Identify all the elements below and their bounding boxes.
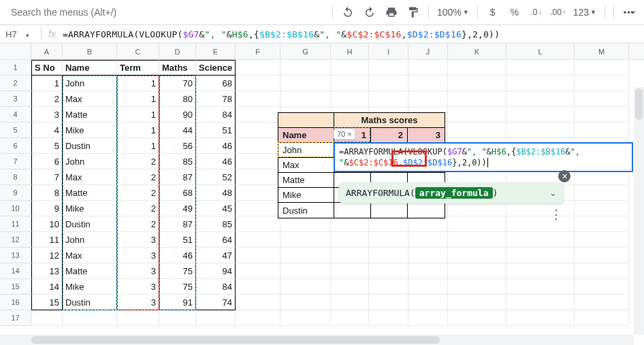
decrease-decimal-button[interactable]: .0↓ <box>527 3 546 22</box>
cell[interactable] <box>575 91 629 107</box>
cell[interactable] <box>448 279 506 295</box>
row-header[interactable]: 9 <box>0 185 31 201</box>
cell[interactable] <box>506 232 575 248</box>
cell[interactable] <box>280 91 331 107</box>
cell[interactable] <box>506 248 575 263</box>
cell[interactable] <box>369 216 408 232</box>
row-header[interactable]: 13 <box>0 248 31 263</box>
row-header[interactable]: 10 <box>0 201 31 216</box>
cell[interactable] <box>280 76 331 91</box>
cell[interactable]: 52 <box>196 169 236 185</box>
cell[interactable]: Max <box>63 169 117 185</box>
cell[interactable]: John <box>63 76 117 91</box>
cell[interactable] <box>575 216 629 232</box>
cell[interactable]: 14 <box>31 279 63 295</box>
cell[interactable]: 75 <box>159 263 196 279</box>
row-header[interactable]: 15 <box>0 279 31 295</box>
cell[interactable] <box>408 310 448 326</box>
cell[interactable] <box>506 76 575 91</box>
cell[interactable] <box>236 169 280 185</box>
cell[interactable] <box>236 248 280 263</box>
row-header[interactable]: 6 <box>0 138 31 154</box>
col-header[interactable]: E <box>196 44 236 59</box>
cell[interactable]: 1 <box>117 107 159 122</box>
row-header[interactable]: 5 <box>0 122 31 138</box>
cell[interactable] <box>506 122 575 138</box>
cell[interactable] <box>575 248 629 263</box>
chevron-down-icon[interactable]: ⌄ <box>549 188 557 198</box>
cell[interactable]: Matte <box>63 263 117 279</box>
cell[interactable] <box>159 310 196 326</box>
cell[interactable] <box>280 60 331 76</box>
cell[interactable]: 70 <box>159 76 196 91</box>
cell[interactable] <box>236 232 280 248</box>
cell[interactable] <box>331 216 369 232</box>
cell[interactable] <box>117 310 159 326</box>
cell[interactable]: 47 <box>196 248 236 263</box>
cell[interactable]: 2 <box>117 216 159 232</box>
cell[interactable]: 2 <box>117 185 159 201</box>
cell[interactable]: 15 <box>31 295 63 310</box>
print-button[interactable] <box>382 3 401 22</box>
cell[interactable]: 2 <box>31 91 63 107</box>
cell[interactable] <box>575 295 629 310</box>
cell[interactable] <box>236 154 280 169</box>
row-header[interactable]: 7 <box>0 154 31 169</box>
cell[interactable]: Term <box>117 60 159 76</box>
cell[interactable]: Max <box>63 248 117 263</box>
expand-toolbar-button[interactable]: ⌄ <box>628 3 637 16</box>
col-header[interactable]: J <box>408 44 448 59</box>
cell[interactable] <box>448 107 506 122</box>
cell[interactable] <box>369 76 408 91</box>
cell[interactable]: Mike <box>63 201 117 216</box>
cell[interactable]: Matte <box>63 185 117 201</box>
cell[interactable] <box>575 201 629 216</box>
cell[interactable] <box>575 263 629 279</box>
cell[interactable] <box>369 248 408 263</box>
cell[interactable]: 80 <box>159 91 196 107</box>
col-header[interactable]: A <box>31 44 63 59</box>
cell[interactable]: 4 <box>31 122 63 138</box>
cell[interactable] <box>369 60 408 76</box>
cell[interactable] <box>575 310 629 326</box>
row-header[interactable]: 2 <box>0 76 31 91</box>
cell[interactable] <box>506 310 575 326</box>
cell[interactable]: 3 <box>117 248 159 263</box>
cell[interactable] <box>331 248 369 263</box>
cell[interactable] <box>448 310 506 326</box>
cell[interactable]: 94 <box>196 263 236 279</box>
cell[interactable] <box>369 279 408 295</box>
close-icon[interactable]: ✕ <box>558 170 570 182</box>
cell[interactable]: 1 <box>31 76 63 91</box>
cell[interactable]: 5 <box>31 138 63 154</box>
cell[interactable] <box>236 185 280 201</box>
cell[interactable]: 84 <box>196 279 236 295</box>
cell[interactable] <box>331 60 369 76</box>
cell[interactable] <box>331 295 369 310</box>
horizontal-scrollbar[interactable] <box>0 335 634 345</box>
cell-formula-editor[interactable]: =ARRAYFORMULA(VLOOKUP($G7&", "&H$6,{$B$2… <box>334 142 633 172</box>
cell[interactable]: Name <box>63 60 117 76</box>
cell[interactable] <box>575 122 629 138</box>
cell[interactable] <box>408 263 448 279</box>
row-header[interactable]: 12 <box>0 232 31 248</box>
cell[interactable] <box>408 91 448 107</box>
search-input[interactable] <box>5 3 196 22</box>
col-header[interactable]: I <box>369 44 408 59</box>
row-header[interactable]: 16 <box>0 295 31 310</box>
select-all-corner[interactable] <box>0 44 31 59</box>
cell[interactable] <box>448 248 506 263</box>
cell[interactable] <box>369 310 408 326</box>
increase-decimal-button[interactable]: .00↑ <box>549 3 568 22</box>
cell[interactable]: 91 <box>159 295 196 310</box>
cell[interactable]: 64 <box>196 232 236 248</box>
col-header[interactable]: C <box>117 44 159 59</box>
cell[interactable] <box>506 91 575 107</box>
cell[interactable] <box>236 310 280 326</box>
cell[interactable]: 46 <box>196 138 236 154</box>
cell[interactable] <box>506 60 575 76</box>
cell[interactable] <box>236 201 280 216</box>
cell[interactable] <box>280 216 331 232</box>
cell[interactable] <box>280 279 331 295</box>
cell[interactable]: 85 <box>159 154 196 169</box>
